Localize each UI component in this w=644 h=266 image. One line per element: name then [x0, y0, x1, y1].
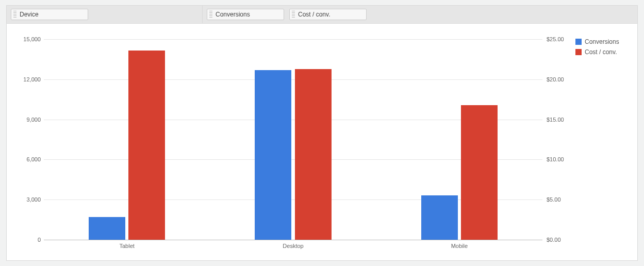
- chart-header: Device Conversions Cost / conv.: [7, 6, 637, 24]
- metric-zone: Conversions Cost / conv.: [203, 6, 637, 23]
- dimension-pill-device[interactable]: Device: [11, 9, 88, 20]
- x-tick-label: Desktop: [283, 243, 303, 249]
- x-tick-label: Tablet: [119, 243, 134, 249]
- y2-tick-label: $5.00: [547, 196, 570, 203]
- chart-body: 0$0.003,000$5.006,000$10.009,000$15.0012…: [7, 24, 637, 260]
- drag-handle-icon: [292, 11, 295, 18]
- legend-item-conversions[interactable]: Conversions: [575, 38, 630, 45]
- metric-pill-label: Conversions: [216, 11, 250, 18]
- y2-tick-label: $10.00: [547, 156, 570, 162]
- chart-legend: Conversions Cost / conv.: [568, 34, 630, 255]
- y1-tick-label: 9,000: [15, 117, 41, 123]
- y2-tick-label: $20.00: [547, 76, 570, 82]
- y1-tick-label: 3,000: [15, 196, 41, 203]
- y1-tick-label: 6,000: [15, 156, 41, 162]
- bar-conversions[interactable]: [89, 217, 125, 240]
- y2-tick-label: $15.00: [547, 117, 570, 123]
- bar-cost-per-conv[interactable]: [295, 69, 332, 240]
- bar-conversions[interactable]: [421, 195, 458, 240]
- y1-tick-label: 15,000: [15, 36, 41, 42]
- drag-handle-icon: [13, 11, 16, 18]
- y2-tick-label: $25.00: [547, 36, 570, 42]
- legend-item-label: Conversions: [585, 38, 619, 45]
- metric-pill-conversions[interactable]: Conversions: [207, 9, 284, 20]
- metric-pill-label: Cost / conv.: [298, 11, 330, 18]
- chart-plot-container: 0$0.003,000$5.006,000$10.009,000$15.0012…: [14, 34, 568, 255]
- chart-plot-area: [44, 39, 542, 240]
- chart-panel: Device Conversions Cost / conv. 0$0.003,…: [6, 5, 638, 261]
- dimension-zone: Device: [7, 6, 203, 23]
- chart-gridline: [44, 79, 542, 80]
- legend-swatch-icon: [575, 39, 582, 45]
- legend-item-label: Cost / conv.: [585, 48, 617, 56]
- legend-item-cost-per-conv[interactable]: Cost / conv.: [575, 48, 630, 56]
- y1-tick-label: 0: [15, 237, 41, 243]
- drag-handle-icon: [209, 11, 212, 18]
- y1-tick-label: 12,000: [15, 76, 41, 82]
- dimension-pill-label: Device: [20, 11, 39, 18]
- y2-tick-label: $0.00: [547, 237, 570, 243]
- bar-conversions[interactable]: [255, 70, 291, 240]
- metric-pill-cost-per-conv[interactable]: Cost / conv.: [289, 9, 367, 20]
- chart-gridline: [44, 39, 542, 40]
- chart-baseline: [44, 240, 542, 240]
- bar-cost-per-conv[interactable]: [461, 105, 498, 240]
- legend-swatch-icon: [575, 49, 582, 55]
- bar-cost-per-conv[interactable]: [128, 51, 165, 240]
- x-tick-label: Mobile: [451, 243, 468, 249]
